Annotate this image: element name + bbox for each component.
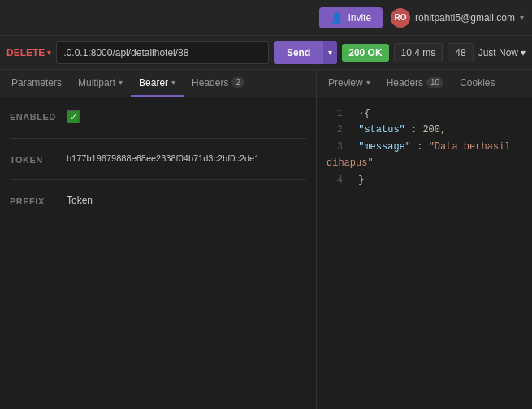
bearer-form: ENABLED TOKEN b177b19679888e68ee2338f04b… xyxy=(0,97,316,234)
user-info: RO rohitpahti5@gmail.com ▾ xyxy=(391,8,524,28)
token-label: TOKEN xyxy=(10,153,58,165)
bearer-caret-icon: ▾ xyxy=(171,78,175,87)
tab-bearer[interactable]: Bearer ▾ xyxy=(131,70,184,97)
count-value: 48 xyxy=(455,47,465,58)
count-badge: 48 xyxy=(448,43,473,62)
url-bar: DELETE ▾ Send ▾ 200 OK 10.4 ms 48 Just N… xyxy=(0,36,532,70)
json-line-3: 3 "message" : "Data berhasil dihapus" xyxy=(327,139,522,172)
tab-preview[interactable]: Preview ▾ xyxy=(320,70,378,97)
divider xyxy=(10,138,306,139)
timing-value: 10.4 ms xyxy=(401,47,436,58)
right-tabs-row: Preview ▾ Headers 10 Cookies xyxy=(317,70,532,97)
url-input[interactable] xyxy=(56,41,269,64)
enabled-row: ENABLED xyxy=(10,110,306,123)
top-bar: 👤 Invite RO rohitpahti5@gmail.com ▾ xyxy=(0,0,532,36)
send-button[interactable]: Send xyxy=(274,41,323,64)
prefix-value[interactable]: Token xyxy=(67,195,306,206)
json-viewer: 1 ·{ 2 "status" : 200, 3 "message" : "Da… xyxy=(317,97,532,196)
divider2 xyxy=(10,179,306,180)
left-panel: Parameters Multipart ▾ Bearer ▾ Headers … xyxy=(0,70,317,409)
send-dropdown-button[interactable]: ▾ xyxy=(323,41,337,64)
left-tabs-row: Parameters Multipart ▾ Bearer ▾ Headers … xyxy=(0,70,316,97)
status-badge: 200 OK xyxy=(342,44,388,62)
invite-icon: 👤 xyxy=(331,12,343,24)
method-label: DELETE xyxy=(6,47,45,58)
token-row: TOKEN b177b19679888e68ee2338f04b71d3c2bf… xyxy=(10,153,306,165)
json-line-1: 1 ·{ xyxy=(327,105,522,122)
tab-response-headers[interactable]: Headers 10 xyxy=(378,70,452,97)
chevron-down-icon[interactable]: ▾ xyxy=(520,13,524,22)
preview-caret-icon: ▾ xyxy=(366,78,370,87)
invite-button[interactable]: 👤 Invite xyxy=(319,7,383,28)
send-button-group: Send ▾ xyxy=(274,41,337,64)
enabled-checkbox[interactable] xyxy=(67,110,80,123)
tab-multipart[interactable]: Multipart ▾ xyxy=(70,70,131,97)
prefix-row: PREFIX Token xyxy=(10,195,306,206)
multipart-caret-icon: ▾ xyxy=(119,78,123,87)
json-line-4: 4 } xyxy=(327,172,522,188)
right-panel: Preview ▾ Headers 10 Cookies 1 ·{ 2 "sta… xyxy=(317,70,532,409)
prefix-label: PREFIX xyxy=(10,195,58,206)
user-email: rohitpahti5@gmail.com xyxy=(415,12,515,24)
timestamp-caret-icon: ▾ xyxy=(521,47,526,58)
status-code: 200 xyxy=(348,47,365,58)
invite-label: Invite xyxy=(348,12,371,24)
timestamp-value: Just Now xyxy=(478,47,518,58)
method-caret-icon: ▾ xyxy=(47,49,51,57)
timestamp-display[interactable]: Just Now ▾ xyxy=(478,47,526,58)
method-selector[interactable]: DELETE ▾ xyxy=(6,47,51,58)
status-text: OK xyxy=(368,47,383,58)
avatar: RO xyxy=(391,8,410,28)
tab-headers[interactable]: Headers 2 xyxy=(184,70,253,97)
token-value[interactable]: b177b19679888e68ee2338f04b71d3c2bf0c2de1 xyxy=(67,153,306,163)
content-area: Parameters Multipart ▾ Bearer ▾ Headers … xyxy=(0,70,532,409)
timing-display: 10.4 ms xyxy=(394,43,443,62)
tab-cookies[interactable]: Cookies xyxy=(452,70,503,97)
json-line-2: 2 "status" : 200, xyxy=(327,122,522,138)
tab-parameters[interactable]: Parameters xyxy=(3,70,70,97)
enabled-label: ENABLED xyxy=(10,110,58,122)
